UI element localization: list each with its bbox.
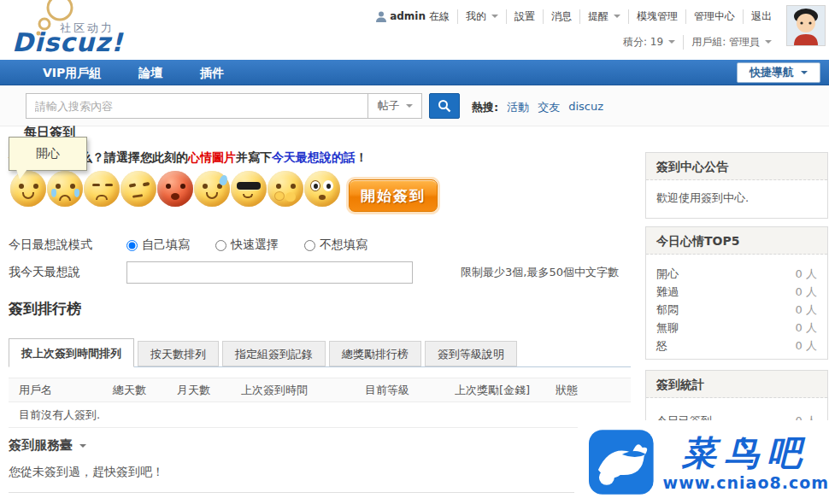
menu-module-admin[interactable]: 模塊管理 (628, 9, 685, 24)
bitter-emoticon[interactable] (121, 171, 156, 207)
menu-alerts[interactable]: 提醒 (579, 9, 628, 24)
watermark-text: 菜鸟吧 www.cniao8.com (663, 432, 829, 492)
menu-messages-label: 消息 (551, 9, 572, 24)
menu-logout-label: 退出 (751, 9, 772, 24)
menu-admin-center-label: 管理中心 (694, 9, 735, 24)
user-bar-line1: admin 在線 我的 設置 消息 提醒 模塊管理 管理中心 退出 (368, 7, 779, 26)
watermark-name: 菜鸟吧 (682, 432, 810, 473)
empty-table-message: 目前沒有人簽到. (9, 402, 631, 428)
hot-search-label: 熱搜: (472, 100, 498, 115)
credits-label: 積分: 19 (623, 35, 663, 50)
search-scope-label: 帖子 (378, 98, 400, 114)
menu-messages[interactable]: 消息 (543, 9, 579, 24)
table-header-row: 用戶名 總天數 月天數 上次簽到時間 目前等級 上次獎勵[金錢] 狀態 (9, 378, 631, 402)
mood-top5-list: 開心 0 人 難過 0 人 郁悶 0 人 無聊 0 人 怒 0 人 (646, 255, 827, 365)
col-current-level: 目前等級 (355, 378, 444, 402)
usergroup-dropdown[interactable]: 用戶組: 管理員 (683, 35, 779, 50)
service-desk-header[interactable]: 簽到服務臺 (9, 437, 86, 454)
menu-settings[interactable]: 設置 (506, 9, 543, 24)
mood-tooltip-label: 開心 (36, 146, 60, 161)
menu-logout[interactable]: 退出 (743, 9, 779, 24)
col-month-days: 月天數 (167, 378, 231, 402)
tab-level-info[interactable]: 簽到等級說明 (425, 341, 517, 366)
mood-count: 0 人 (796, 265, 817, 283)
quick-nav-label: 快捷導航 (750, 63, 794, 82)
search-button[interactable] (429, 93, 460, 119)
hot-link-friends[interactable]: 交友 (538, 100, 560, 115)
main-navbar: VIP用戶組 論壇 插件 快捷導航 (0, 60, 829, 85)
notice-panel-content: 歡迎使用簽到中心. (646, 180, 827, 216)
surprised-emoticon[interactable] (304, 171, 340, 207)
mode-option-quick-label: 快速選擇 (231, 237, 279, 253)
list-item: 難過 0 人 (656, 283, 817, 301)
search-icon (438, 99, 451, 113)
table-row: 目前沒有人簽到. (9, 402, 631, 428)
col-status: 狀態 (545, 378, 631, 402)
sweat-emoticon[interactable] (194, 171, 230, 207)
mood-label: 郁悶 (656, 301, 679, 319)
nav-item-plugin[interactable]: 插件 (181, 60, 243, 85)
mood-label: 難過 (656, 283, 679, 301)
hot-link-activity[interactable]: 活動 (507, 100, 529, 115)
avatar[interactable] (786, 5, 826, 46)
frown-emoticon[interactable] (84, 171, 120, 207)
mode-option-none[interactable]: 不想填寫 (304, 237, 367, 253)
quick-nav-button[interactable]: 快捷導航 (737, 62, 820, 83)
mode-option-quick[interactable]: 快速選擇 (215, 237, 279, 253)
shy-emoticon[interactable] (268, 171, 303, 207)
mood-top5-panel: 今日心情TOP5 開心 0 人 難過 0 人 郁悶 0 人 無聊 0 人 怒 0… (645, 226, 828, 360)
mood-count: 0 人 (796, 301, 817, 319)
user-icon (376, 11, 386, 22)
user-link[interactable]: admin 在線 (368, 9, 457, 24)
menu-module-admin-label: 模塊管理 (637, 9, 678, 24)
cool-emoticon[interactable] (231, 171, 267, 207)
angry-emoticon[interactable] (157, 171, 193, 207)
mood-label: 怒 (656, 337, 667, 355)
say-mode-row: 今日最想說模式 自己填寫 快速選擇 不想填寫 (9, 237, 393, 253)
nav-item-vip-usergroup[interactable]: VIP用戶組 (24, 60, 120, 85)
tab-total-reward[interactable]: 總獎勵排行榜 (329, 341, 421, 366)
chevron-down-icon (491, 15, 498, 18)
username: admin (390, 10, 426, 22)
tab-by-last-signin-time[interactable]: 按上次簽到時間排列 (9, 338, 134, 367)
divider (9, 492, 574, 493)
service-desk-title: 簽到服務臺 (9, 437, 73, 454)
say-input-label: 我今天最想說 (9, 265, 126, 280)
bird-logo-icon (588, 429, 655, 495)
mood-top5-title: 今日心情TOP5 (646, 227, 827, 255)
avatar-image (787, 6, 825, 45)
list-item: 開心 0 人 (656, 265, 817, 283)
crying-emoticon[interactable] (47, 171, 83, 207)
mode-option-self[interactable]: 自己填寫 (126, 237, 190, 253)
mode-radio-self[interactable] (126, 240, 138, 251)
mode-radio-quick[interactable] (215, 240, 226, 251)
mode-option-none-label: 不想填寫 (320, 237, 367, 253)
say-input-row: 我今天最想說 限制最少3個,最多50個中文字數 (9, 261, 619, 284)
mood-count: 0 人 (796, 319, 817, 337)
say-mode-label: 今日最想說模式 (9, 237, 126, 253)
online-status: 在線 (429, 9, 450, 24)
menu-mine-label: 我的 (466, 9, 486, 24)
user-bar: admin 在線 我的 設置 消息 提醒 模塊管理 管理中心 退出 積分: 19… (368, 7, 779, 51)
prompt-mid: 并寫下 (236, 150, 272, 164)
mode-radio-none[interactable] (304, 240, 315, 251)
tab-group-records[interactable]: 指定組簽到記錄 (222, 341, 326, 366)
menu-admin-center[interactable]: 管理中心 (685, 9, 743, 24)
mode-option-self-label: 自己填寫 (142, 237, 190, 253)
page-header: 社区动力 Discuz! admin 在線 我的 設置 消息 提醒 模塊管理 管… (0, 0, 829, 60)
ranking-tabs: 按上次簽到時間排列 按天數排列 指定組簽到記錄 總獎勵排行榜 簽到等級說明 (9, 338, 631, 367)
say-input[interactable] (126, 261, 413, 284)
hot-link-discuz[interactable]: discuz (568, 100, 603, 115)
menu-mine[interactable]: 我的 (457, 9, 506, 24)
search-input[interactable] (26, 93, 367, 119)
notice-panel-title: 簽到中心公告 (646, 153, 827, 180)
mood-count: 0 人 (796, 337, 817, 355)
hot-search: 熱搜: 活動 交友 discuz (472, 100, 603, 115)
cniao8-watermark: 菜鸟吧 www.cniao8.com (578, 420, 829, 504)
start-signin-button[interactable]: 開始簽到 (349, 179, 438, 212)
search-scope-dropdown[interactable]: 帖子 (367, 93, 422, 119)
tab-by-days[interactable]: 按天數排列 (138, 341, 219, 366)
nav-item-forum[interactable]: 論壇 (120, 60, 181, 85)
say-hint: 限制最少3個,最多50個中文字數 (461, 265, 619, 280)
credits-dropdown[interactable]: 積分: 19 (615, 35, 683, 50)
